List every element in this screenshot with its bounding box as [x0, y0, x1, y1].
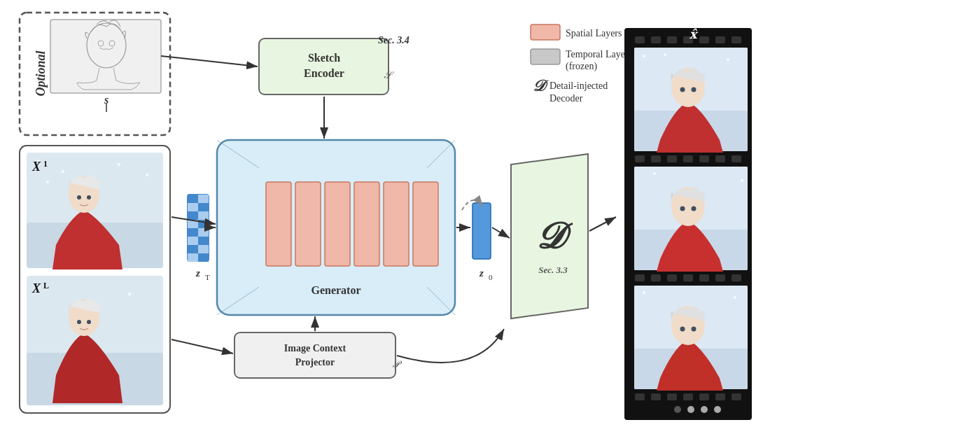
svg-point-154 [674, 406, 681, 413]
svg-rect-10 [20, 146, 170, 413]
svg-rect-26 [27, 276, 163, 353]
svg-point-146 [734, 296, 736, 299]
svg-rect-46 [295, 182, 321, 266]
svg-rect-120 [683, 155, 693, 162]
svg-point-16 [77, 195, 81, 200]
svg-rect-136 [699, 274, 709, 281]
svg-point-156 [701, 406, 708, 413]
svg-rect-100 [635, 36, 645, 43]
svg-rect-108 [634, 48, 748, 111]
svg-line-90 [172, 340, 233, 354]
svg-text:Image Context: Image Context [284, 343, 346, 354]
svg-rect-59 [188, 203, 198, 211]
svg-rect-117 [635, 155, 645, 162]
svg-line-83 [172, 217, 216, 224]
svg-line-42 [427, 140, 455, 168]
svg-rect-106 [732, 36, 741, 43]
svg-point-8 [109, 41, 115, 46]
svg-point-129 [692, 206, 696, 211]
svg-rect-68 [198, 237, 209, 245]
svg-text:𝒮: 𝒮 [384, 70, 394, 80]
svg-rect-134 [667, 274, 677, 281]
svg-point-17 [87, 195, 91, 200]
svg-rect-70 [198, 245, 209, 253]
svg-point-30 [87, 320, 91, 324]
svg-rect-56 [188, 195, 209, 261]
svg-text:x̂: x̂ [690, 27, 699, 41]
svg-rect-40 [217, 140, 455, 315]
svg-rect-57 [188, 195, 198, 203]
svg-rect-122 [715, 155, 725, 162]
svg-rect-135 [683, 274, 693, 281]
svg-point-142 [671, 306, 705, 345]
svg-text:(frozen): (frozen) [566, 61, 597, 72]
svg-rect-140 [634, 286, 748, 349]
svg-rect-25 [27, 276, 163, 405]
svg-rect-13 [27, 153, 163, 223]
svg-text:Sec. 3.3: Sec. 3.3 [538, 265, 568, 275]
svg-rect-119 [667, 155, 677, 162]
svg-point-127 [671, 187, 705, 226]
svg-marker-78 [511, 154, 588, 318]
svg-rect-5 [50, 20, 161, 93]
svg-rect-104 [699, 36, 709, 43]
svg-rect-138 [732, 274, 741, 281]
svg-rect-45 [266, 182, 291, 266]
svg-point-157 [714, 406, 721, 413]
svg-line-87 [492, 227, 510, 238]
svg-rect-125 [634, 167, 748, 230]
svg-text:Temporal Layers: Temporal Layers [566, 49, 632, 59]
svg-rect-91 [531, 24, 560, 40]
svg-rect-118 [651, 155, 661, 162]
svg-rect-35 [259, 38, 388, 94]
svg-point-19 [62, 170, 64, 173]
svg-rect-139 [634, 286, 748, 389]
svg-rect-65 [188, 228, 198, 237]
svg-rect-103 [683, 36, 693, 43]
svg-point-131 [741, 179, 743, 182]
svg-line-44 [427, 287, 455, 315]
svg-rect-27 [27, 353, 163, 405]
svg-point-145 [643, 291, 645, 294]
svg-rect-133 [651, 274, 661, 281]
svg-text:X: X [31, 160, 41, 174]
svg-point-6 [87, 23, 126, 68]
svg-point-144 [692, 327, 696, 332]
svg-rect-47 [325, 182, 350, 266]
svg-point-155 [687, 406, 694, 413]
svg-rect-67 [188, 237, 198, 245]
svg-text:𝒟: 𝒟 [532, 77, 549, 94]
svg-rect-63 [188, 220, 198, 228]
svg-rect-49 [384, 182, 409, 266]
svg-point-128 [680, 206, 685, 211]
svg-rect-3 [20, 13, 170, 135]
svg-text:Encoder: Encoder [304, 67, 344, 79]
svg-rect-72 [198, 253, 209, 262]
svg-text:Sec. 3.4: Sec. 3.4 [378, 35, 410, 46]
svg-rect-12 [27, 153, 163, 268]
svg-rect-64 [198, 220, 209, 228]
svg-text:1: 1 [43, 159, 48, 169]
svg-text:T: T [205, 273, 210, 281]
svg-rect-124 [634, 167, 748, 270]
svg-line-41 [217, 140, 259, 168]
svg-text:s: s [104, 94, 108, 106]
svg-text:Spatial Layers: Spatial Layers [566, 28, 622, 38]
svg-rect-11 [27, 153, 163, 268]
svg-point-111 [680, 88, 685, 92]
svg-point-22 [46, 181, 49, 183]
svg-rect-121 [699, 155, 709, 162]
svg-rect-132 [635, 274, 645, 281]
svg-rect-105 [715, 36, 725, 43]
svg-point-113 [643, 55, 645, 57]
svg-rect-152 [715, 393, 725, 400]
svg-rect-126 [634, 230, 748, 270]
svg-point-31 [37, 286, 40, 288]
svg-rect-109 [634, 111, 748, 151]
svg-rect-71 [188, 253, 198, 262]
svg-rect-101 [651, 36, 661, 43]
svg-text:Detail-injected: Detail-injected [550, 80, 608, 91]
svg-rect-150 [683, 393, 693, 400]
svg-point-115 [727, 58, 729, 61]
svg-text:z: z [479, 267, 484, 279]
